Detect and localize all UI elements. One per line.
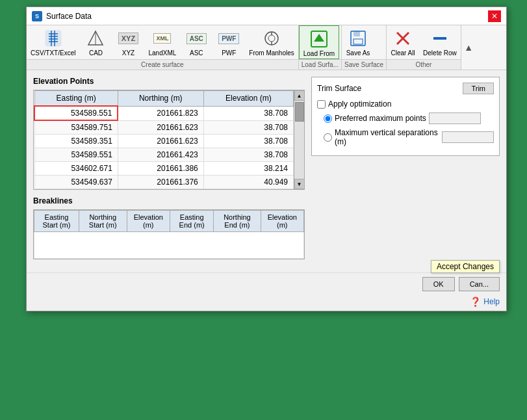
surface-data-dialog: S Surface Data ✕ CSV/TXT/Excel CAD: [26, 7, 507, 311]
elevation-points-table-container: Easting (m) Northing (m) Elevation (m) 5…: [33, 90, 305, 190]
save-as-icon: [348, 28, 368, 49]
preferred-max-points-radio[interactable]: [324, 114, 332, 123]
breaklines-table: Easting Start (m)Northing Start (m)Eleva…: [34, 210, 304, 259]
preferred-max-points-row: Preferred maximum points 100000: [324, 112, 494, 124]
accept-changes-tooltip: Accept Changes: [431, 260, 500, 273]
breaklines-title: Breaklines: [33, 196, 305, 205]
breaklines-empty-row: [34, 232, 304, 259]
scroll-down-btn[interactable]: ▼: [294, 179, 305, 189]
other-label: Other: [387, 59, 461, 70]
svg-point-10: [268, 35, 275, 42]
max-vertical-sep-input[interactable]: 1.000: [442, 131, 494, 143]
apply-optimization-checkbox[interactable]: [317, 100, 326, 109]
left-panel: Elevation Points Easting (m) Northing (m…: [33, 77, 305, 266]
elevation-table-row[interactable]: 534589.551201661.42338.708: [34, 148, 294, 162]
pwf-icon: PWF: [218, 28, 239, 49]
clear-all-icon: [392, 28, 413, 49]
dialog-icon: S: [32, 11, 42, 21]
elevation-table: Easting (m) Northing (m) Elevation (m) 5…: [34, 90, 294, 189]
toolbar-item-landxml[interactable]: XML LandXML: [144, 25, 180, 59]
toolbar-item-load-from[interactable]: Load From: [299, 25, 339, 59]
toolbar-item-save-as[interactable]: Save As: [342, 25, 374, 59]
bottom-bar: Accept Changes OK Can...: [27, 272, 506, 295]
save-as-label: Save As: [346, 49, 370, 57]
cell-northing: 201661.423: [118, 148, 203, 162]
elevation-table-row[interactable]: 534589.351201661.62338.708: [34, 135, 294, 148]
elevation-table-row[interactable]: 534602.671201661.38638.214: [34, 162, 294, 176]
cad-icon: [85, 28, 106, 49]
breaklines-col: Northing Start (m): [79, 211, 127, 232]
elevation-table-row[interactable]: 534589.751201661.62338.708: [34, 120, 294, 135]
toolbar-group-other: Clear All Delete Row Other: [387, 25, 461, 70]
content-area: Elevation Points Easting (m) Northing (m…: [27, 70, 506, 272]
cell-elevation: 38.708: [203, 148, 293, 162]
toolbar-collapse-button[interactable]: ▲: [461, 25, 476, 70]
pwf-label: PWF: [222, 49, 236, 57]
elevation-table-scroll: Easting (m) Northing (m) Elevation (m) 5…: [34, 90, 294, 189]
manholes-label: From Manholes: [249, 49, 294, 57]
help-button[interactable]: ❓ Help: [470, 296, 500, 307]
toolbar-item-pwf[interactable]: PWF PWF: [212, 25, 245, 59]
toolbar-group-load-surface: Load From Load Surfa...: [299, 25, 342, 70]
help-area: ❓ Help: [27, 295, 506, 311]
cell-easting: 534589.751: [34, 120, 118, 135]
breaklines-table-container: Easting Start (m)Northing Start (m)Eleva…: [33, 209, 305, 259]
ok-button[interactable]: OK: [422, 277, 455, 291]
toolbar-group-save-surface: Save As Save Surface: [342, 25, 387, 70]
cell-northing: 201661.376: [118, 176, 203, 189]
toolbar-item-cad[interactable]: CAD: [79, 25, 112, 59]
cell-elevation: 38.708: [203, 135, 293, 148]
xyz-icon: XYZ: [118, 28, 138, 49]
elevation-table-row[interactable]: 534549.637201661.37640.949: [34, 176, 294, 189]
scroll-thumb[interactable]: [295, 102, 304, 122]
title-bar: S Surface Data ✕: [27, 7, 506, 25]
breaklines-col: Elevation (m): [127, 211, 170, 232]
preferred-max-points-input[interactable]: 100000: [429, 112, 481, 124]
max-vertical-sep-radio[interactable]: [324, 133, 332, 142]
elevation-points-title: Elevation Points: [33, 77, 305, 86]
toolbar-item-manholes[interactable]: From Manholes: [245, 25, 298, 59]
toolbar-item-csv[interactable]: CSV/TXT/Excel: [27, 25, 79, 59]
cell-elevation: 38.214: [203, 162, 293, 176]
col-elevation: Elevation (m): [203, 91, 293, 107]
landxml-label: LandXML: [148, 49, 176, 57]
create-surface-label: Create surface: [27, 59, 298, 70]
cell-easting: 534589.351: [34, 135, 118, 148]
breaklines-col: Elevation (m): [261, 211, 303, 232]
toolbar: CSV/TXT/Excel CAD XYZ XYZ XML: [27, 25, 506, 70]
svg-rect-17: [353, 39, 363, 44]
delete-row-icon: [430, 28, 450, 49]
cell-easting: 534589.551: [34, 106, 118, 120]
cell-elevation: 38.708: [203, 120, 293, 135]
max-vertical-sep-row: Maximum vertical separations (m) 1.000: [324, 128, 494, 146]
svg-rect-0: [45, 31, 61, 46]
apply-optimization-label: Apply optimization: [328, 99, 391, 109]
cell-northing: 201661.623: [118, 135, 203, 148]
cancel-button[interactable]: Can...: [459, 277, 500, 291]
landxml-icon: XML: [152, 28, 173, 49]
apply-optimization-row: Apply optimization: [317, 99, 494, 109]
load-surface-label: Load Surfa...: [299, 59, 341, 70]
close-button[interactable]: ✕: [488, 10, 501, 22]
cell-elevation: 38.708: [203, 106, 293, 120]
svg-rect-16: [353, 31, 360, 36]
dialog-title: Surface Data: [46, 12, 92, 21]
elevation-scrollbar[interactable]: ▲ ▼: [294, 90, 304, 189]
toolbar-item-asc[interactable]: ASC ASC: [180, 25, 212, 59]
svg-rect-20: [433, 37, 446, 40]
accept-changes-text: Accept Changes: [437, 262, 494, 271]
trim-surface-panel: Trim Surface Trim Apply optimization Pre…: [311, 77, 500, 156]
toolbar-item-xyz[interactable]: XYZ XYZ: [112, 25, 144, 59]
scroll-up-btn[interactable]: ▲: [294, 90, 305, 101]
elevation-table-row[interactable]: 534589.551201661.82338.708: [34, 106, 294, 120]
breaklines-col: Northing End (m): [214, 211, 261, 232]
cell-northing: 201661.623: [118, 120, 203, 135]
toolbar-item-clear-all[interactable]: Clear All: [387, 25, 419, 59]
cell-northing: 201661.386: [118, 162, 203, 176]
toolbar-item-delete-row[interactable]: Delete Row: [419, 25, 461, 59]
csv-label: CSV/TXT/Excel: [31, 49, 75, 57]
delete-row-label: Delete Row: [423, 49, 457, 57]
load-from-label: Load From: [303, 50, 335, 57]
toolbar-group-create-surface: CSV/TXT/Excel CAD XYZ XYZ XML: [27, 25, 299, 70]
trim-button[interactable]: Trim: [463, 83, 494, 94]
